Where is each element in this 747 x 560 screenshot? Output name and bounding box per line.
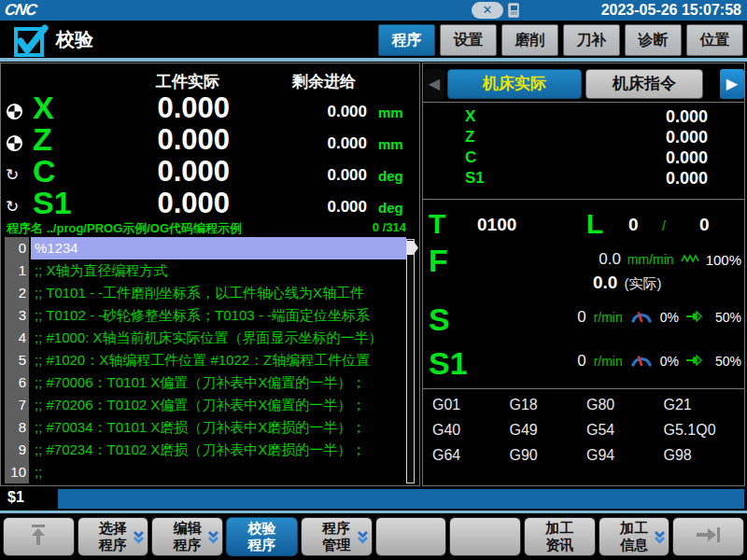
program-line[interactable]: 6;; #70006：T0101 X偏置（刀补表中X偏置的一半）；: [5, 371, 406, 394]
program-line-counter: 0 /314: [373, 220, 406, 234]
axis-remaining-value: 0.000: [281, 166, 367, 185]
spindle-override: 50%: [710, 310, 741, 325]
program-line[interactable]: 5;; #1020：X轴编程工件位置 #1022：Z轴编程工件位置: [5, 349, 406, 371]
axis-row-s1: ↻ S1 0.000 0.000 deg: [1, 190, 419, 222]
spindle-speed: 0: [577, 352, 585, 371]
chevron-down-icon: [654, 530, 666, 548]
softkey-select-program[interactable]: 选择程序: [78, 517, 149, 556]
program-line[interactable]: 4;; #1000: X轴当前机床实际位置（界面显示坐标的一半）: [5, 327, 406, 349]
tab-position[interactable]: 位置: [686, 24, 743, 56]
channel-bar: $1: [0, 487, 747, 511]
spindle-unit: r/min: [594, 354, 623, 369]
program-listing[interactable]: 0%1234 1;; X轴为直径编程方式 2;; T0101 - -工件磨削坐标…: [5, 237, 406, 485]
softkey-next[interactable]: [672, 517, 744, 556]
program-line[interactable]: 3;; T0102 - -砂轮修整坐标系；T0103 - -端面定位坐标系: [5, 304, 406, 327]
program-line[interactable]: 10;;: [5, 461, 406, 483]
scrollbar-thumb[interactable]: [407, 241, 418, 255]
col-header-remaining: 剩余进给: [272, 71, 376, 92]
axis-unit: mm: [378, 136, 419, 152]
arrow-to-bar-icon: [695, 524, 723, 550]
spindle-override-icon: [686, 309, 702, 326]
status-bar: CNC ✕ 2023-05-26 15:07:58: [0, 0, 747, 21]
axis-remaining-value: 0.000: [281, 198, 367, 217]
feed-command-line: 0.0 mm/min 100%: [599, 250, 741, 269]
up-to-top-icon: [26, 523, 50, 551]
program-line[interactable]: 0%1234: [5, 237, 406, 259]
feed-unit: mm/min: [627, 252, 674, 267]
tab-program[interactable]: 程序: [378, 24, 435, 56]
program-line[interactable]: 8;; #70034：T0101 X磨损（刀补表中X磨损的一半）；: [5, 416, 406, 439]
separator: [423, 199, 744, 200]
machine-tab-bar: ◀ 机床实际 机床指令 ▶: [423, 69, 744, 99]
tab-grinding[interactable]: 磨削: [501, 24, 558, 56]
program-line[interactable]: 9;; #70234：T0102 X磨损（刀补表中X磨损的一半）；: [5, 439, 406, 461]
chevron-down-icon: [357, 530, 369, 548]
main-tabs: 程序 设置 磨削 刀补 诊断 位置: [378, 24, 743, 56]
feed-override-icon: [681, 251, 699, 268]
spindle-label: S1: [429, 345, 468, 382]
page-title: 校验: [56, 27, 93, 52]
axis-actual-value: 0.000: [90, 155, 230, 189]
softkey-top[interactable]: [3, 517, 75, 556]
linear-axis-icon: [6, 103, 24, 121]
close-icon[interactable]: ✕: [472, 2, 503, 19]
brand-logo: CNC: [4, 1, 38, 20]
gcode: G80: [586, 392, 664, 417]
tab-settings[interactable]: 设置: [440, 24, 497, 56]
program-scrollbar[interactable]: [406, 239, 415, 483]
life-label: L: [586, 208, 603, 240]
gcode: G18: [510, 392, 587, 417]
spindle-override-icon: [686, 353, 702, 370]
axis-value: 0.000: [666, 107, 708, 127]
machine-axis-row: X 0.000: [423, 107, 744, 128]
axis-remaining-value: 0.000: [281, 134, 367, 153]
channel-progress: [58, 489, 744, 509]
program-header: 程序名 ../prog/PROG示例/OG代码编程示例 0 /314: [1, 218, 419, 237]
axis-unit: deg: [378, 168, 419, 184]
feed-command-value: 0.0: [599, 250, 621, 269]
tool-label: T: [429, 208, 445, 240]
feed-actual-label: (实际): [624, 275, 661, 293]
tab-machine-actual[interactable]: 机床实际: [447, 69, 582, 99]
feed-label: F: [429, 243, 448, 279]
prev-view-button[interactable]: ◀: [424, 69, 444, 99]
softkey-bar: 选择程序 编辑程序 校验程序 程序管理 加工资讯 加工信息: [0, 513, 747, 560]
spindle-gauge-icon: [630, 309, 653, 327]
gcode-modal-grid: G01 G18 G80 G21 G40 G49 G54 G5.1Q0 G64 G…: [432, 392, 740, 468]
softkey-verify-program[interactable]: 校验程序: [226, 517, 298, 556]
softkey-machining-data[interactable]: 加工资讯: [524, 517, 596, 556]
tab-tool-comp[interactable]: 刀补: [563, 24, 620, 56]
storage-icon: [508, 3, 519, 18]
axis-unit: deg: [378, 200, 419, 216]
rotary-axis-icon: ↻: [6, 166, 24, 185]
program-line[interactable]: 1;; X轴为直径编程方式: [5, 259, 406, 282]
axis-value: 0.000: [666, 169, 708, 189]
next-view-button[interactable]: ▶: [720, 69, 744, 99]
feed-actual-line: 0.0 (实际): [593, 273, 661, 293]
softkey-empty-2[interactable]: [449, 517, 521, 556]
feed-override-value: 100%: [706, 252, 741, 268]
life-max: 0: [699, 215, 710, 235]
datetime: 2023-05-26 15:07:58: [601, 0, 741, 21]
tab-diagnosis[interactable]: 诊断: [625, 24, 682, 56]
softkey-edit-program[interactable]: 编辑程序: [151, 517, 223, 556]
softkey-machining-info[interactable]: 加工信息: [599, 517, 670, 556]
spindle-load: 0%: [660, 354, 679, 369]
separator: [0, 58, 747, 62]
axis-value: 0.000: [666, 148, 708, 168]
program-path: 程序名 ../prog/PROG示例/OG代码编程示例: [7, 220, 242, 237]
program-line[interactable]: 7;; #70206：T0102 X偏置（刀补表中X偏置的一半）；: [5, 394, 406, 416]
rotary-axis-icon: ↻: [6, 198, 24, 217]
gcode: G49: [510, 417, 587, 442]
spindle-label: S: [429, 301, 450, 338]
softkey-program-manage[interactable]: 程序管理: [301, 517, 373, 556]
program-line[interactable]: 2;; T0101 - -工件磨削坐标系，以工件轴心线为X轴工件: [5, 282, 406, 304]
axis-actual-value: 0.000: [90, 91, 230, 125]
gcode: G64: [432, 442, 510, 468]
tab-machine-command[interactable]: 机床指令: [585, 69, 703, 99]
axis-value: 0.000: [666, 128, 708, 147]
softkey-empty-1[interactable]: [375, 517, 447, 556]
machine-axis-row: S1 0.000: [423, 169, 744, 189]
gcode: G94: [586, 442, 664, 468]
axis-remaining-value: 0.000: [281, 103, 367, 121]
